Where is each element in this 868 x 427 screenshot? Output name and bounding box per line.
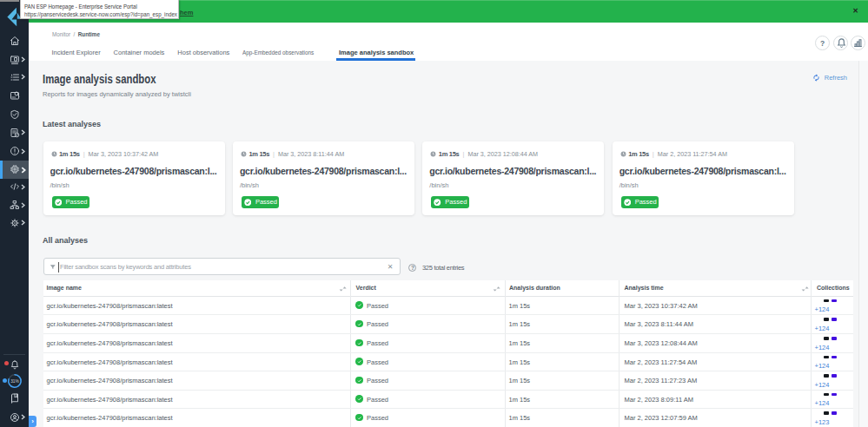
svg-text:31%: 31% xyxy=(10,379,19,384)
svg-text:?: ? xyxy=(820,39,825,48)
